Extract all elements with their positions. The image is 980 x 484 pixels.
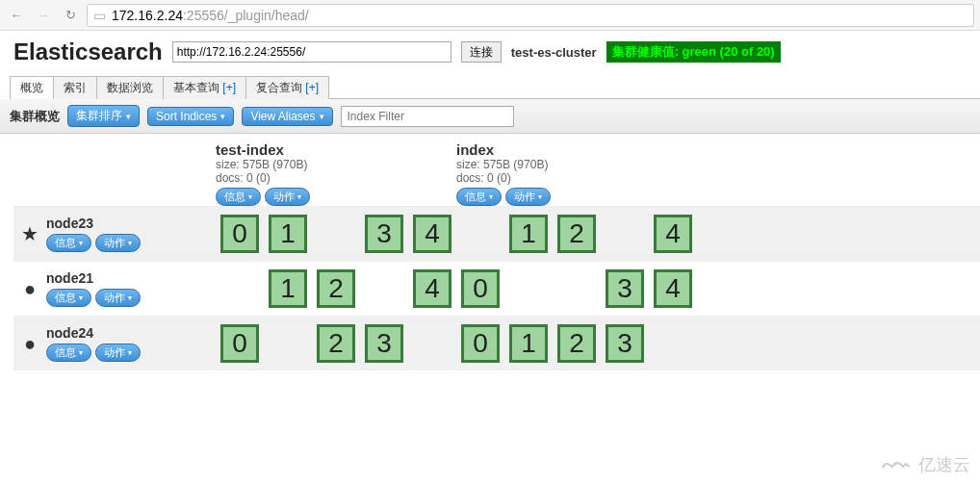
node-action-pill[interactable]: 动作 (95, 344, 141, 362)
reload-button[interactable]: ↻ (60, 5, 81, 26)
cluster-grid: test-index size: 575B (970B) docs: 0 (0)… (0, 134, 980, 370)
shard[interactable]: 2 (317, 269, 355, 308)
node-row: ● node24 信息动作 0230123 (13, 316, 980, 370)
shard-group: 034 (456, 267, 697, 310)
index-docs: docs: 0 (0) (216, 171, 456, 185)
shard[interactable]: 3 (606, 324, 644, 363)
toolbar-label: 集群概览 (10, 108, 60, 125)
node-action-pill[interactable]: 动作 (95, 289, 141, 307)
master-star-icon: ★ (13, 222, 46, 245)
shard[interactable]: 0 (220, 215, 259, 253)
tab-0[interactable]: 概览 (10, 76, 54, 99)
index-action-pill[interactable]: 动作 (505, 188, 551, 206)
node-info: node24 信息动作 (46, 325, 216, 362)
node-action-pill[interactable]: 动作 (95, 234, 141, 252)
node-info-pill[interactable]: 信息 (46, 344, 91, 362)
shard[interactable]: 4 (413, 215, 451, 253)
shard-group: 124 (216, 267, 456, 310)
shard[interactable]: 1 (509, 215, 548, 253)
index-info-pill[interactable]: 信息 (216, 188, 261, 206)
shard[interactable]: 1 (509, 324, 548, 363)
node-info-pill[interactable]: 信息 (46, 234, 91, 252)
url-ip: 172.16.2.24 (112, 8, 183, 23)
index-size: size: 575B (970B) (216, 158, 456, 171)
node-info: node23 信息动作 (46, 216, 216, 252)
node-row: ★ node23 信息动作 0134124 (13, 206, 980, 261)
shard-group: 0134 (216, 213, 456, 255)
node-name: node23 (46, 216, 216, 231)
tabs: 概览索引数据浏览基本查询 [+]复合查询 [+] (10, 75, 980, 99)
shard[interactable]: 0 (461, 269, 500, 308)
shard[interactable]: 4 (654, 269, 692, 308)
cluster-health: 集群健康值: green (20 of 20) (606, 41, 781, 63)
node-dot-icon: ● (13, 333, 46, 355)
shard[interactable]: 2 (317, 324, 355, 363)
index-header-0: test-index size: 575B (970B) docs: 0 (0)… (216, 141, 456, 206)
shard[interactable]: 3 (365, 215, 403, 253)
back-button[interactable]: ← (6, 5, 27, 26)
shard[interactable]: 1 (269, 269, 307, 308)
index-size: size: 575B (970B) (456, 158, 697, 171)
tab-4[interactable]: 复合查询 [+] (245, 76, 329, 99)
shard[interactable]: 2 (557, 215, 596, 253)
node-row: ● node21 信息动作 124034 (13, 261, 980, 316)
tab-2[interactable]: 数据浏览 (96, 76, 164, 99)
index-headers: test-index size: 575B (970B) docs: 0 (0)… (13, 141, 980, 206)
toolbar: 集群概览 集群排序 Sort Indices View Aliases (0, 99, 980, 134)
index-header-1: index size: 575B (970B) docs: 0 (0) 信息动作 (456, 141, 697, 206)
index-info-pill[interactable]: 信息 (456, 188, 502, 206)
shard-group: 0123 (456, 322, 697, 365)
index-action-pill[interactable]: 动作 (265, 188, 310, 206)
tab-3[interactable]: 基本查询 [+] (163, 76, 246, 99)
node-name: node21 (46, 270, 216, 286)
shard[interactable]: 0 (220, 324, 259, 363)
connect-button[interactable]: 连接 (461, 41, 502, 63)
cluster-url-input[interactable] (172, 41, 451, 63)
shard[interactable]: 0 (461, 324, 500, 363)
tab-1[interactable]: 索引 (53, 76, 97, 99)
shard[interactable]: 3 (365, 324, 403, 363)
shard[interactable]: 4 (654, 215, 692, 253)
browser-bar: ← → ↻ ▭ 172.16.2.24:25556/_plugin/head/ (0, 0, 980, 31)
node-name: node24 (46, 325, 216, 341)
shard-group: 124 (456, 213, 697, 255)
node-info: node21 信息动作 (46, 270, 216, 307)
shard[interactable]: 4 (413, 269, 451, 308)
index-filter-input[interactable] (341, 106, 514, 127)
url-bar[interactable]: ▭ 172.16.2.24:25556/_plugin/head/ (87, 4, 974, 27)
sort-indices-button[interactable]: Sort Indices (147, 107, 234, 126)
node-dot-icon: ● (13, 278, 46, 300)
shard[interactable]: 3 (606, 269, 644, 308)
forward-button[interactable]: → (33, 5, 54, 26)
index-docs: docs: 0 (0) (456, 171, 697, 185)
app-header: Elasticsearch 连接 test-es-cluster 集群健康值: … (0, 31, 980, 69)
view-aliases-button[interactable]: View Aliases (242, 107, 332, 126)
shard[interactable]: 2 (557, 324, 596, 363)
logo: Elasticsearch (13, 38, 163, 65)
shard[interactable]: 1 (269, 215, 307, 253)
index-name: test-index (216, 141, 456, 158)
node-info-pill[interactable]: 信息 (46, 289, 91, 307)
shard-group: 023 (216, 322, 456, 365)
index-name: index (456, 141, 697, 158)
url-rest: :25556/_plugin/head/ (183, 8, 309, 23)
sort-cluster-button[interactable]: 集群排序 (67, 105, 140, 127)
cluster-name: test-es-cluster (511, 45, 597, 60)
